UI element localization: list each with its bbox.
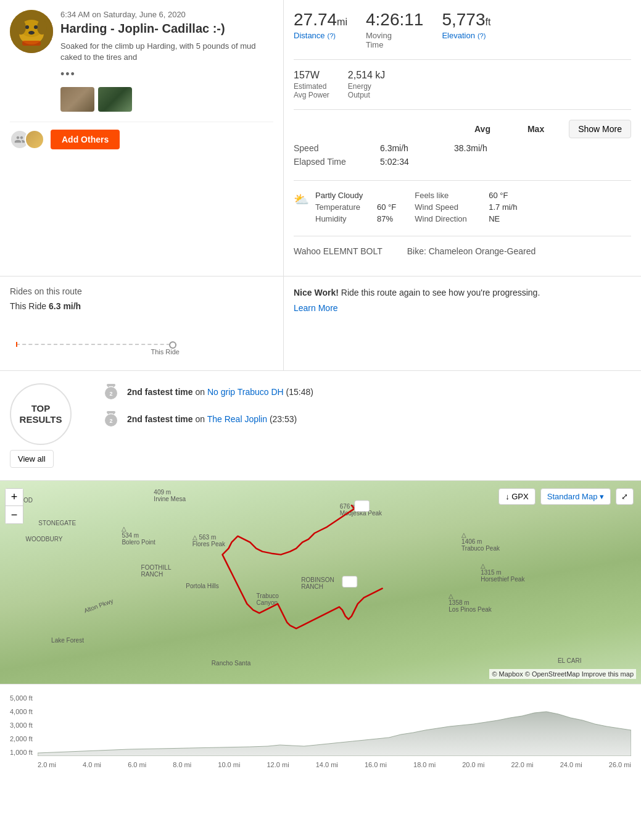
- distance-unit: mi: [337, 17, 347, 27]
- svg-rect-20: [342, 576, 357, 588]
- stat-energy-output: 2,514 kJ Energy Output: [348, 70, 385, 99]
- this-ride-label: This Ride: [151, 348, 180, 356]
- wind-direction-row: Wind Direction NE: [415, 214, 517, 223]
- map-fullscreen-button[interactable]: ⤢: [616, 488, 634, 505]
- map-attribution[interactable]: © Mapbox © OpenStreetMap Improve this ma…: [489, 669, 636, 679]
- weather-left: ⛅ Partly Cloudy Temperature 60 °F Humidi…: [294, 191, 396, 226]
- y-label-1000: 1,000 ft: [10, 749, 33, 756]
- svg-rect-13: [107, 384, 115, 386]
- more-dots-button[interactable]: •••: [60, 68, 273, 81]
- elevation-svg-container: [38, 694, 631, 756]
- result-segment-link-2[interactable]: The Real Joplin: [207, 414, 267, 424]
- activity-header: 6:34 AM on Saturday, June 6, 2020 Hardin…: [10, 10, 273, 112]
- distance-help[interactable]: (?): [328, 32, 336, 40]
- elevation-label[interactable]: Elevation: [442, 31, 474, 40]
- zoom-out-button[interactable]: −: [6, 506, 23, 523]
- result-rank-1: 2nd fastest time: [127, 387, 193, 397]
- distance-label[interactable]: Distance: [294, 31, 325, 40]
- x-label-16mi: 16.0 mi: [365, 761, 387, 768]
- add-others-button[interactable]: Add Others: [51, 130, 120, 149]
- photo-thumb-1[interactable]: [60, 87, 94, 112]
- weather-humidity-row: Humidity 87%: [315, 214, 396, 223]
- right-panel: 27.74mi Distance (?) 4:26:11 Moving Time…: [284, 0, 641, 276]
- result-text-1: 2nd fastest time on No grip Trabuco DH (…: [127, 387, 313, 397]
- route-section: Rides on this route This Ride 6.3 mi/h T…: [0, 277, 641, 371]
- wind-direction-value: NE: [489, 214, 500, 223]
- map-type-button[interactable]: Standard Map ▾: [540, 488, 611, 505]
- svg-rect-8: [22, 41, 41, 46]
- col-avg-header: Avg: [474, 124, 490, 134]
- feels-like-value: 60 °F: [489, 191, 508, 200]
- rides-on-route-label: Rides on this route: [10, 286, 273, 296]
- result-time-2: (23:53): [270, 414, 297, 424]
- svg-text:2: 2: [109, 418, 112, 424]
- elevation-chart: 5,000 ft 4,000 ft 3,000 ft 2,000 ft 1,00…: [10, 694, 631, 768]
- result-item-1: 2 2nd fastest time on No grip Trabuco DH…: [102, 383, 631, 401]
- top-results-section: TOPRESULTS View all 2 2nd fastest time o…: [0, 371, 641, 481]
- top-results-items: 2 2nd fastest time on No grip Trabuco DH…: [102, 383, 631, 438]
- distance-value: 27.74mi: [294, 10, 347, 29]
- result-segment-link-1[interactable]: No grip Trabuco DH: [207, 387, 284, 397]
- weather-condition-row: Partly Cloudy: [315, 191, 396, 200]
- x-label-14mi: 14.0 mi: [316, 761, 338, 768]
- activity-title[interactable]: Harding - Joplin- Cadillac :-): [60, 22, 273, 36]
- moving-time-value: 4:26:11: [366, 10, 423, 30]
- speed-avg: 6.3mi/h: [380, 143, 429, 153]
- view-all-button[interactable]: View all: [10, 450, 54, 468]
- activity-description: Soaked for the climb up Harding, with 5 …: [60, 41, 273, 63]
- result-on-2: on: [195, 414, 207, 424]
- weather-section: ⛅ Partly Cloudy Temperature 60 °F Humidi…: [294, 191, 631, 236]
- x-label-8mi: 8.0 mi: [173, 761, 191, 768]
- medal-icon-1: 2: [102, 383, 120, 401]
- learn-more-link[interactable]: Learn More: [294, 303, 631, 313]
- top-results-left: TOPRESULTS View all: [10, 383, 84, 468]
- show-more-button[interactable]: Show More: [569, 120, 631, 138]
- elapsed-value: 5:02:34: [380, 157, 429, 167]
- bike-name: Bike: Chameleon Orange-Geared: [407, 246, 536, 256]
- route-right: Nice Work! Ride this route again to see …: [284, 277, 641, 370]
- speed-row: Speed 6.3mi/h 38.3mi/h: [294, 143, 631, 153]
- activity-photos: [60, 87, 273, 112]
- map-controls: ↓ GPX Standard Map ▾ ⤢: [498, 488, 634, 505]
- zoom-in-button[interactable]: +: [6, 489, 23, 506]
- elapsed-label: Elapsed Time: [294, 157, 368, 167]
- map-route-svg: [0, 481, 641, 684]
- route-progress-chart: This Ride: [10, 317, 183, 360]
- svg-rect-18: [107, 411, 115, 414]
- result-item-2: 2 2nd fastest time on The Real Joplin (2…: [102, 410, 631, 428]
- svg-point-4: [37, 20, 47, 35]
- y-label-5000: 5,000 ft: [10, 694, 33, 702]
- weather-icon: ⛅: [294, 192, 309, 207]
- wind-speed-label: Wind Speed: [415, 202, 476, 212]
- svg-point-7: [28, 31, 35, 35]
- gpx-download-button[interactable]: ↓ GPX: [498, 488, 536, 505]
- x-label-2mi: 2.0 mi: [38, 761, 56, 768]
- svg-point-3: [16, 20, 26, 35]
- avg-power-label: Estimated Avg Power: [294, 82, 329, 99]
- x-label-12mi: 12.0 mi: [267, 761, 289, 768]
- x-label-24mi: 24.0 mi: [560, 761, 582, 768]
- elevation-help[interactable]: (?): [478, 32, 486, 40]
- secondary-stats: 157W Estimated Avg Power 2,514 kJ Energy…: [294, 70, 631, 110]
- activity-info: 6:34 AM on Saturday, June 6, 2020 Hardin…: [60, 10, 273, 112]
- svg-rect-19: [355, 501, 370, 512]
- device-section: Wahoo ELEMNT BOLT Bike: Chameleon Orange…: [294, 246, 631, 266]
- svg-point-5: [25, 25, 29, 29]
- x-label-18mi: 18.0 mi: [413, 761, 436, 768]
- primary-stats: 27.74mi Distance (?) 4:26:11 Moving Time…: [294, 10, 631, 60]
- energy-output-value: 2,514 kJ: [348, 70, 385, 81]
- route-left: Rides on this route This Ride 6.3 mi/h T…: [0, 277, 284, 370]
- weather-details: Partly Cloudy Temperature 60 °F Humidity…: [315, 191, 396, 226]
- stat-elevation: 5,773ft Elevation (?): [442, 10, 490, 49]
- result-on-1: on: [195, 387, 207, 397]
- map-placeholder: WOODITE STONEGATE WOODBURY FOOTHILLRANCH…: [0, 481, 641, 684]
- result-text-2: 2nd fastest time on The Real Joplin (23:…: [127, 414, 297, 424]
- elevation-y-labels: 5,000 ft 4,000 ft 3,000 ft 2,000 ft 1,00…: [10, 694, 33, 756]
- feels-like-label: Feels like: [415, 191, 476, 200]
- x-label-22mi: 22.0 mi: [511, 761, 533, 768]
- wind-direction-label: Wind Direction: [415, 214, 476, 223]
- photo-thumb-2[interactable]: [98, 87, 132, 112]
- svg-text:2: 2: [109, 391, 112, 397]
- x-label-4mi: 4.0 mi: [83, 761, 101, 768]
- humidity-value: 87%: [377, 214, 393, 223]
